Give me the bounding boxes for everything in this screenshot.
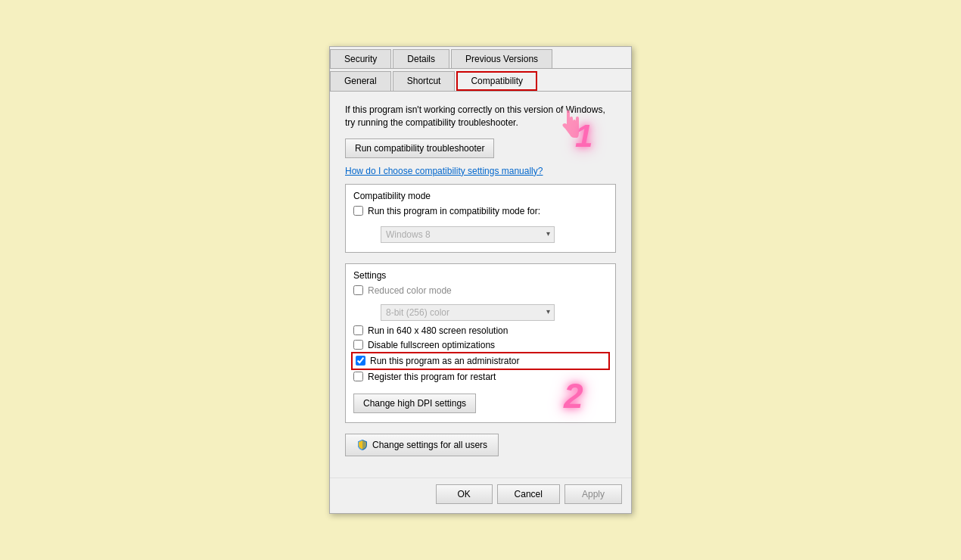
ok-button[interactable]: OK: [436, 484, 493, 504]
run-admin-label[interactable]: Run this program as an administrator: [370, 356, 519, 366]
run-admin-row: Run this program as an administrator: [353, 354, 608, 368]
dialog-content: If this program isn't working correctly …: [330, 92, 631, 478]
change-settings-label: Change settings for all users: [372, 440, 487, 450]
run-admin-checkbox[interactable]: [356, 356, 365, 366]
disable-fullscreen-checkbox[interactable]: [353, 340, 363, 350]
reduced-color-label[interactable]: Reduced color mode: [368, 285, 452, 296]
disable-fullscreen-row: Disable fullscreen optimizations: [353, 340, 608, 350]
run-640-row: Run in 640 x 480 screen resolution: [353, 325, 608, 336]
change-dpi-button[interactable]: Change high DPI settings: [353, 394, 476, 413]
reduced-color-row: Reduced color mode: [353, 285, 608, 296]
troubleshoot-button[interactable]: Run compatibility troubleshooter: [345, 138, 494, 158]
tab-general[interactable]: General: [330, 71, 391, 91]
compatibility-mode-dropdown[interactable]: Windows 8: [381, 226, 555, 243]
register-restart-label[interactable]: Register this program for restart: [368, 372, 496, 382]
compatibility-mode-checkbox-label[interactable]: Run this program in compatibility mode f…: [368, 206, 540, 216]
disable-fullscreen-label[interactable]: Disable fullscreen optimizations: [368, 340, 495, 350]
tab-compatibility[interactable]: Compatibility: [456, 71, 537, 91]
compatibility-mode-checkbox[interactable]: [353, 206, 363, 216]
shield-icon: [356, 439, 369, 451]
cancel-button[interactable]: Cancel: [497, 484, 560, 504]
reduced-color-checkbox[interactable]: [353, 285, 363, 295]
properties-dialog: Security Details Previous Versions Gener…: [329, 46, 632, 514]
apply-button[interactable]: Apply: [564, 484, 622, 504]
settings-label: Settings: [353, 270, 608, 281]
compatibility-mode-section: Compatibility mode Run this program in c…: [345, 184, 616, 253]
help-link[interactable]: How do I choose compatibility settings m…: [345, 166, 616, 176]
color-depth-dropdown[interactable]: 8-bit (256) color: [381, 304, 555, 321]
tab-previous-versions[interactable]: Previous Versions: [451, 49, 552, 68]
run-640-checkbox[interactable]: [353, 325, 363, 335]
run-640-label[interactable]: Run in 640 x 480 screen resolution: [368, 325, 508, 336]
intro-text: If this program isn't working correctly …: [345, 104, 616, 129]
compatibility-mode-checkbox-row: Run this program in compatibility mode f…: [353, 206, 608, 216]
register-restart-checkbox[interactable]: [353, 372, 363, 381]
tabs-row-2: General Shortcut Compatibility: [330, 69, 631, 92]
change-settings-button[interactable]: Change settings for all users: [345, 434, 499, 456]
compatibility-mode-label: Compatibility mode: [353, 191, 608, 201]
tab-security[interactable]: Security: [330, 49, 391, 68]
tab-details[interactable]: Details: [393, 49, 449, 68]
settings-section: Settings Reduced color mode 8-bit (256) …: [345, 263, 616, 423]
tab-shortcut[interactable]: Shortcut: [393, 71, 456, 91]
register-restart-row: Register this program for restart: [353, 372, 608, 382]
tabs-row-1: Security Details Previous Versions: [330, 47, 631, 69]
dialog-footer: OK Cancel Apply: [330, 478, 631, 513]
